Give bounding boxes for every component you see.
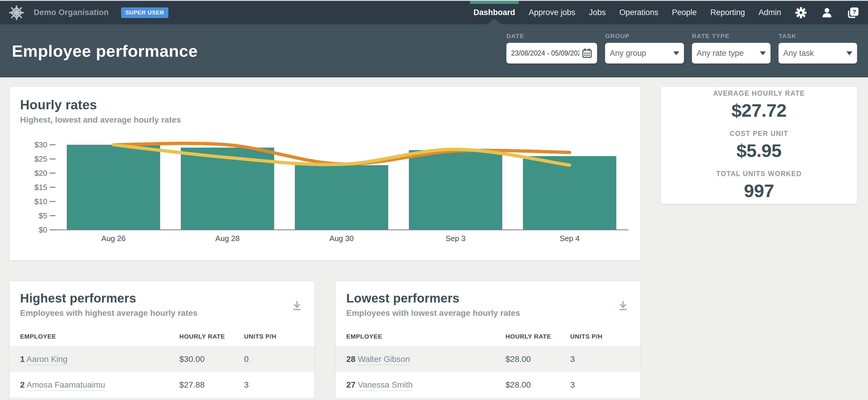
rate-type-filter-label: RATE TYPE: [692, 32, 771, 39]
employee-link[interactable]: Vanessa Smith: [358, 380, 413, 391]
group-filter-label: GROUP: [605, 32, 684, 39]
svg-text:$30: $30: [35, 140, 47, 149]
nav-item-operations[interactable]: Operations: [619, 1, 658, 24]
filters: DATE 23/08/2024 - 05/09/2024 GROU: [506, 32, 857, 63]
summary-stats-card: AVERAGE HOURLY RATE $27.72 COST PER UNIT…: [661, 87, 857, 204]
snowflake-logo[interactable]: [8, 4, 25, 21]
svg-text:Aug 28: Aug 28: [215, 234, 240, 243]
hourly-rate-value: $28.00: [505, 380, 570, 390]
date-range-value: 23/08/2024 - 05/09/2024: [511, 49, 579, 57]
stat-value: 997: [744, 180, 774, 201]
svg-text:Aug 30: Aug 30: [330, 234, 354, 243]
svg-text:$10: $10: [35, 197, 47, 206]
svg-text:$15: $15: [35, 183, 47, 192]
employee-rank: 27: [346, 380, 355, 389]
calendar-icon: [582, 48, 592, 59]
column-hourly-rate: HOURLY RATE: [179, 333, 244, 340]
stat-label: COST PER UNIT: [730, 130, 788, 138]
account-button[interactable]: [821, 1, 833, 24]
date-filter: DATE 23/08/2024 - 05/09/2024: [506, 32, 597, 63]
nav-item-people[interactable]: People: [672, 1, 696, 24]
units-ph-value: 3: [570, 355, 630, 364]
help-button[interactable]: ?: [847, 1, 860, 24]
stat-value: $27.72: [732, 100, 787, 121]
download-icon: [617, 299, 629, 311]
date-range-input[interactable]: 23/08/2024 - 05/09/2024: [506, 43, 597, 63]
nav-item-jobs[interactable]: Jobs: [589, 1, 606, 24]
nav-item-reporting[interactable]: Reporting: [710, 1, 745, 24]
employee-link[interactable]: Aaron King: [27, 355, 68, 365]
units-ph-value: 3: [244, 380, 304, 390]
gear-icon: [795, 6, 807, 19]
svg-text:$25: $25: [35, 154, 47, 163]
table-header: EMPLOYEE HOURLY RATE UNITS P/H: [336, 327, 641, 346]
stat-total-units-worked: TOTAL UNITS WORKED 997: [716, 170, 802, 201]
hourly-rates-card: Hourly rates Highest, lowest and average…: [9, 87, 641, 260]
group-select-value: Any group: [610, 49, 646, 58]
highest-performers-title: Highest performers: [20, 291, 304, 305]
stat-average-hourly-rate: AVERAGE HOURLY RATE $27.72: [713, 90, 805, 121]
page-title: Employee performance: [12, 41, 198, 61]
svg-text:Sep 3: Sep 3: [445, 234, 466, 243]
rate-type-filter: RATE TYPE Any rate type: [692, 32, 771, 63]
employee-rank: 1: [20, 355, 25, 364]
chevron-down-icon: [760, 52, 766, 55]
org-name: Demo Organisation: [34, 8, 109, 17]
group-filter: GROUP Any group: [605, 32, 684, 63]
column-employee: EMPLOYEE: [346, 333, 505, 340]
stat-value: $5.95: [737, 140, 782, 161]
lowest-performers-title: Lowest performers: [346, 291, 630, 305]
stat-label: TOTAL UNITS WORKED: [716, 170, 802, 178]
column-units-ph: UNITS P/H: [570, 333, 630, 340]
stat-cost-per-unit: COST PER UNIT $5.95: [730, 130, 788, 161]
navbar-left: Demo Organisation SUPER USER: [8, 1, 168, 24]
table-row-partial: [336, 398, 641, 400]
table-header: EMPLOYEE HOURLY RATE UNITS P/H: [9, 327, 314, 346]
table-row: 2 Amosa Faamatuaimu $27.88 3: [9, 372, 314, 398]
navbar: Demo Organisation SUPER USER Dashboard A…: [0, 1, 868, 24]
hourly-rate-value: $28.00: [505, 355, 570, 364]
screen: Demo Organisation SUPER USER Dashboard A…: [0, 0, 868, 400]
lowest-performers-card: Lowest performers Employees with lowest …: [336, 281, 641, 400]
task-filter-label: TASK: [778, 32, 857, 39]
svg-text:$20: $20: [35, 169, 47, 178]
task-select[interactable]: Any task: [778, 43, 857, 63]
column-units-ph: UNITS P/H: [244, 333, 304, 340]
hourly-rates-title: Hourly rates: [20, 97, 630, 112]
table-row: 1 Aaron King $30.00 0: [9, 346, 314, 372]
download-button[interactable]: [291, 299, 303, 313]
table-row: 28 Walter Gibson $28.00 3: [336, 346, 641, 372]
task-filter: TASK Any task: [778, 32, 857, 63]
units-ph-value: 0: [244, 355, 304, 364]
highest-performers-card: Highest performers Employees with highes…: [9, 281, 314, 400]
lowest-performers-subtitle: Employees with lowest average hourly rat…: [346, 308, 630, 318]
column-employee: EMPLOYEE: [20, 333, 179, 340]
employee-link[interactable]: Amosa Faamatuaimu: [27, 380, 105, 391]
nav-item-admin[interactable]: Admin: [758, 1, 781, 24]
highest-performers-subtitle: Employees with highest average hourly ra…: [20, 308, 304, 318]
nav-item-approve-jobs[interactable]: Approve jobs: [529, 1, 576, 24]
column-hourly-rate: HOURLY RATE: [505, 333, 570, 340]
employee-link[interactable]: Walter Gibson: [358, 355, 410, 365]
chevron-down-icon: [846, 52, 852, 55]
user-icon: [821, 6, 833, 19]
rate-type-select-value: Any rate type: [696, 49, 744, 58]
download-button[interactable]: [617, 299, 629, 313]
snowflake-icon: [8, 4, 25, 21]
navbar-menu: Dashboard Approve jobs Jobs Operations P…: [473, 1, 860, 24]
settings-button[interactable]: [795, 1, 807, 24]
employee-rank: 28: [346, 355, 355, 364]
hourly-rate-value: $27.88: [179, 380, 244, 390]
group-select[interactable]: Any group: [605, 43, 684, 63]
date-filter-label: DATE: [506, 32, 597, 39]
table-row: 27 Vanessa Smith $28.00 3: [336, 372, 641, 398]
rate-type-select[interactable]: Any rate type: [692, 43, 771, 63]
nav-item-dashboard[interactable]: Dashboard: [473, 1, 515, 24]
units-ph-value: 3: [570, 380, 630, 390]
svg-text:$5: $5: [39, 211, 47, 220]
hourly-rates-chart: $0$5$10$15$20$25$30Aug 26Aug 28Aug 30Sep…: [9, 131, 641, 260]
svg-text:Sep 4: Sep 4: [560, 234, 580, 243]
super-user-badge: SUPER USER: [121, 7, 168, 18]
svg-text:Aug 26: Aug 26: [101, 234, 126, 243]
employee-rank: 2: [20, 380, 25, 389]
